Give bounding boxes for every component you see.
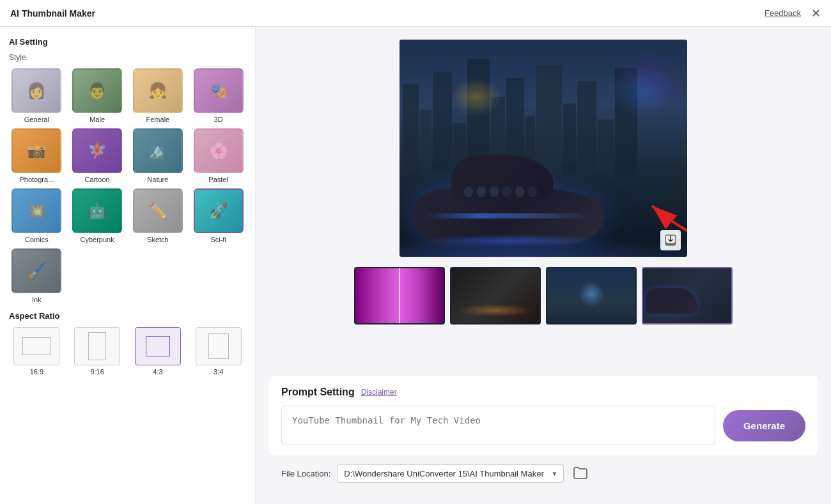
- style-name-scifi: Sci-fi: [210, 236, 226, 243]
- thumbnail-1[interactable]: [354, 267, 445, 325]
- style-thumb-male: 👨: [72, 68, 122, 113]
- style-thumb-pastel: 🌸: [194, 128, 244, 173]
- style-thumb-ink: 🖌️: [12, 248, 61, 293]
- style-name-sketch: Sketch: [147, 236, 169, 243]
- style-item-pastel[interactable]: 🌸 Pastel: [190, 128, 246, 183]
- folder-button[interactable]: [570, 463, 591, 484]
- thumbnail-3[interactable]: [546, 267, 637, 325]
- style-name-pastel: Pastel: [208, 176, 228, 183]
- style-thumb-cartoon: 🧚: [72, 128, 122, 173]
- style-item-comics[interactable]: 💥 Comics: [9, 188, 65, 243]
- sidebar: AI Setting Style 👩 General 👨 Male 👧 F: [0, 27, 256, 504]
- aspect-ratio-grid: 16:9 9:16 4:3 3:4: [9, 327, 246, 376]
- thumbnail-2[interactable]: [450, 267, 541, 325]
- aspect-label-9-16: 9:16: [90, 368, 104, 376]
- file-location-bar: File Location: D:\Wondershare UniConvert…: [268, 455, 818, 491]
- style-item-male[interactable]: 👨 Male: [70, 68, 125, 123]
- style-name-comics: Comics: [25, 236, 49, 243]
- style-name-photogra: Photogra...: [19, 176, 54, 183]
- style-name-cyberpunk: Cyberpunk: [81, 236, 114, 243]
- download-button[interactable]: [660, 230, 681, 250]
- aspect-label-3-4: 3:4: [214, 368, 223, 376]
- style-name-general: General: [24, 116, 49, 123]
- aspect-box-3-4: [196, 327, 242, 365]
- main-preview: [400, 40, 687, 257]
- prompt-input[interactable]: [281, 406, 715, 445]
- aspect-box-16-9: [13, 327, 59, 365]
- style-thumb-nature: 🏔️: [133, 128, 183, 173]
- prompt-title: Prompt Setting: [281, 386, 355, 398]
- style-item-ink[interactable]: 🖌️ Ink: [9, 248, 65, 303]
- aspect-shape-16-9: [22, 337, 50, 355]
- ai-setting-label: AI Setting: [9, 37, 246, 47]
- aspect-item-4-3[interactable]: 4:3: [130, 327, 186, 376]
- disclaimer-link[interactable]: Disclaimer: [361, 388, 397, 397]
- aspect-shape-9-16: [88, 332, 106, 360]
- main-layout: AI Setting Style 👩 General 👨 Male 👧 F: [0, 27, 831, 504]
- style-thumb-photogra: 📸: [12, 128, 61, 173]
- style-name-male: Male: [89, 116, 105, 123]
- style-item-female[interactable]: 👧 Female: [130, 68, 186, 123]
- prompt-input-row: Generate: [281, 406, 805, 445]
- style-item-3d[interactable]: 🎭 3D: [190, 68, 246, 123]
- file-location-select[interactable]: D:\Wondershare UniConverter 15\AI Thumbn…: [337, 464, 564, 483]
- folder-icon: [573, 467, 587, 480]
- style-thumb-cyberpunk: 🤖: [72, 188, 122, 233]
- aspect-label-16-9: 16:9: [30, 368, 43, 376]
- prompt-header: Prompt Setting Disclaimer: [281, 386, 805, 398]
- style-item-cyberpunk[interactable]: 🤖 Cyberpunk: [70, 188, 125, 243]
- content-area: Prompt Setting Disclaimer Generate File …: [256, 27, 831, 504]
- thumbnail-1-bg: [355, 268, 444, 323]
- aspect-ratio-label: Aspect Ratio: [9, 311, 246, 321]
- style-label: Style: [9, 53, 246, 62]
- aspect-box-4-3: [135, 327, 181, 365]
- file-location-label: File Location:: [281, 469, 330, 478]
- close-button[interactable]: ✕: [811, 8, 821, 19]
- thumbnail-3-bg: [547, 268, 635, 323]
- file-location-select-wrapper: D:\Wondershare UniConverter 15\AI Thumbn…: [337, 464, 564, 483]
- style-name-ink: Ink: [32, 296, 42, 303]
- thumbnail-2-bg: [451, 268, 540, 323]
- style-name-3d: 3D: [214, 116, 223, 123]
- feedback-link[interactable]: Feedback: [765, 8, 801, 18]
- style-item-sketch[interactable]: ✏️ Sketch: [130, 188, 186, 243]
- app-title: AI Thumbnail Maker: [10, 8, 95, 19]
- aspect-item-16-9[interactable]: 16:9: [9, 327, 65, 376]
- style-thumb-sketch: ✏️: [133, 188, 183, 233]
- download-icon: [665, 234, 676, 246]
- thumbnail-4[interactable]: [642, 267, 733, 325]
- thumbnail-4-bg: [643, 268, 731, 323]
- aspect-box-9-16: [74, 327, 120, 365]
- style-item-general[interactable]: 👩 General: [9, 68, 65, 123]
- title-bar: AI Thumbnail Maker Feedback ✕: [0, 0, 831, 27]
- aspect-item-9-16[interactable]: 9:16: [70, 327, 125, 376]
- style-name-nature: Nature: [147, 176, 168, 183]
- style-thumb-scifi: 🚀: [194, 188, 244, 233]
- style-item-nature[interactable]: 🏔️ Nature: [130, 128, 186, 183]
- style-name-cartoon: Cartoon: [85, 176, 110, 183]
- thumbnail-strip: [354, 267, 733, 325]
- aspect-item-3-4[interactable]: 3:4: [190, 327, 246, 376]
- aspect-shape-4-3: [146, 336, 170, 356]
- style-thumb-general: 👩: [12, 68, 61, 113]
- style-thumb-female: 👧: [133, 68, 183, 113]
- style-name-female: Female: [146, 116, 170, 123]
- preview-section: [268, 40, 818, 366]
- style-item-photogra[interactable]: 📸 Photogra...: [9, 128, 65, 183]
- style-item-scifi[interactable]: 🚀 Sci-fi: [190, 188, 246, 243]
- aspect-shape-3-4: [208, 333, 229, 359]
- style-thumb-comics: 💥: [12, 188, 61, 233]
- title-bar-actions: Feedback ✕: [765, 8, 821, 19]
- style-grid: 👩 General 👨 Male 👧 Female 🎭 3: [9, 68, 246, 303]
- style-thumb-3d: 🎭: [194, 68, 244, 113]
- aspect-label-4-3: 4:3: [153, 368, 162, 376]
- style-item-cartoon[interactable]: 🧚 Cartoon: [70, 128, 125, 183]
- prompt-section: Prompt Setting Disclaimer Generate: [268, 376, 818, 455]
- generate-button[interactable]: Generate: [723, 410, 805, 441]
